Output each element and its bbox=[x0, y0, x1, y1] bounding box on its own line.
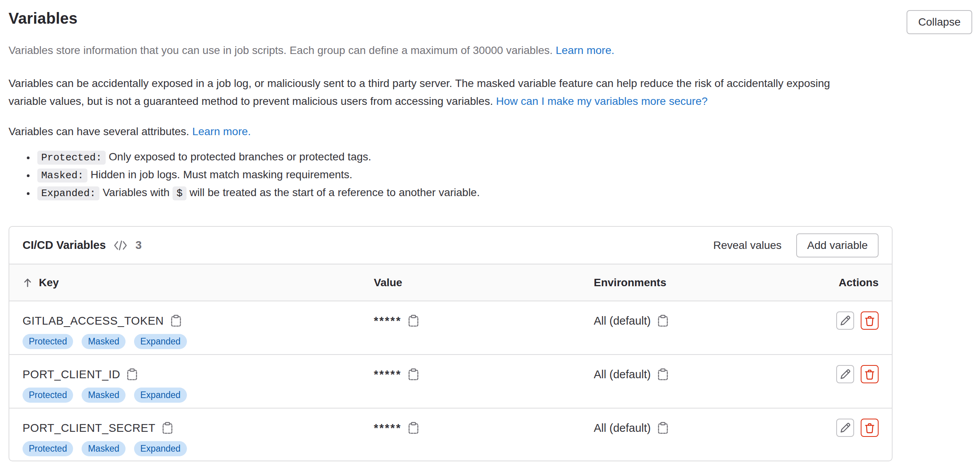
value-cell: ***** bbox=[374, 311, 594, 331]
attribute-item-masked: Masked: Hidden in job logs. Must match m… bbox=[35, 166, 972, 184]
badge-masked: Masked bbox=[82, 388, 126, 403]
page-title: Variables bbox=[9, 7, 77, 30]
code-icon bbox=[113, 240, 127, 251]
intro-text: Variables store information that you can… bbox=[9, 44, 553, 56]
key-cell: PORT_CLIENT_ID Protected Masked Expanded bbox=[23, 364, 374, 403]
security-note-line1: Variables can be accidentally exposed in… bbox=[9, 77, 830, 89]
variables-secure-link[interactable]: How can I make my variables more secure? bbox=[496, 95, 708, 107]
security-note-paragraph: Variables can be accidentally exposed in… bbox=[9, 75, 918, 110]
card-header: CI/CD Variables 3 Reveal values Add vari… bbox=[9, 227, 892, 264]
collapse-button[interactable]: Collapse bbox=[907, 10, 972, 34]
security-note-line2: variable values, but is not a guaranteed… bbox=[9, 95, 493, 107]
attribute-item-expanded: Expanded: Variables with $ will be treat… bbox=[35, 184, 972, 202]
column-header-value: Value bbox=[374, 276, 594, 289]
expanded-code-chip: Expanded: bbox=[37, 186, 99, 200]
actions-cell bbox=[836, 311, 879, 330]
arrow-up-icon bbox=[23, 277, 33, 288]
table-header-row: Key Value Environments Actions bbox=[9, 264, 892, 301]
edit-variable-button[interactable] bbox=[836, 419, 854, 437]
badge-protected: Protected bbox=[23, 388, 73, 403]
masked-code-chip: Masked: bbox=[37, 169, 87, 183]
badge-list: Protected Masked Expanded bbox=[23, 441, 374, 456]
intro-paragraph: Variables store information that you can… bbox=[9, 43, 972, 58]
table-row: PORT_CLIENT_ID Protected Masked Expanded… bbox=[9, 355, 892, 409]
value-cell: ***** bbox=[374, 418, 594, 438]
badge-protected: Protected bbox=[23, 441, 73, 456]
column-header-key[interactable]: Key bbox=[23, 276, 374, 289]
delete-variable-button[interactable] bbox=[861, 365, 879, 383]
edit-variable-button[interactable] bbox=[836, 365, 854, 383]
table-row: PORT_CLIENT_SECRET Protected Masked Expa… bbox=[9, 409, 892, 461]
copy-value-icon[interactable] bbox=[408, 368, 419, 381]
copy-key-icon[interactable] bbox=[126, 368, 138, 381]
masked-description: Hidden in job logs. Must match masking r… bbox=[91, 169, 352, 181]
card-header-title-group: CI/CD Variables 3 bbox=[23, 239, 142, 252]
badge-masked: Masked bbox=[82, 334, 126, 349]
attributes-intro-text: Variables can have several attributes. bbox=[9, 125, 189, 137]
attributes-learn-more-link[interactable]: Learn more. bbox=[192, 125, 251, 137]
delete-variable-button[interactable] bbox=[861, 419, 879, 437]
attributes-intro-paragraph: Variables can have several attributes. L… bbox=[9, 123, 972, 141]
masked-value: ***** bbox=[374, 418, 401, 438]
badge-expanded: Expanded bbox=[134, 388, 187, 403]
variable-key: PORT_CLIENT_SECRET bbox=[23, 418, 155, 438]
actions-cell bbox=[836, 365, 879, 383]
environments-cell: All (default) bbox=[594, 311, 836, 331]
page-header: Variables Collapse bbox=[9, 0, 972, 34]
badge-list: Protected Masked Expanded bbox=[23, 388, 374, 403]
environments-cell: All (default) bbox=[594, 364, 836, 384]
copy-key-icon[interactable] bbox=[170, 315, 182, 327]
card-title: CI/CD Variables bbox=[23, 239, 106, 252]
copy-value-icon[interactable] bbox=[408, 422, 419, 434]
copy-environment-icon[interactable] bbox=[657, 315, 669, 327]
key-header-label: Key bbox=[39, 276, 59, 289]
attributes-list: Protected: Only exposed to protected bra… bbox=[9, 148, 972, 202]
copy-value-icon[interactable] bbox=[408, 315, 419, 327]
card-header-actions: Reveal values Add variable bbox=[713, 233, 879, 257]
badge-expanded: Expanded bbox=[134, 441, 187, 456]
add-variable-button[interactable]: Add variable bbox=[796, 233, 879, 257]
value-cell: ***** bbox=[374, 364, 594, 384]
variable-key: GITLAB_ACCESS_TOKEN bbox=[23, 311, 164, 331]
key-cell: GITLAB_ACCESS_TOKEN Protected Masked Exp… bbox=[23, 311, 374, 349]
variables-count: 3 bbox=[135, 239, 141, 252]
dollar-code-chip: $ bbox=[173, 186, 187, 200]
column-header-actions: Actions bbox=[839, 276, 879, 289]
copy-environment-icon[interactable] bbox=[657, 368, 669, 381]
attribute-item-protected: Protected: Only exposed to protected bra… bbox=[35, 148, 972, 166]
edit-variable-button[interactable] bbox=[836, 311, 854, 330]
copy-environment-icon[interactable] bbox=[657, 422, 669, 434]
delete-variable-button[interactable] bbox=[861, 311, 879, 330]
environments-cell: All (default) bbox=[594, 418, 836, 438]
masked-value: ***** bbox=[374, 364, 401, 384]
masked-value: ***** bbox=[374, 311, 401, 331]
reveal-values-button[interactable]: Reveal values bbox=[713, 239, 781, 252]
cicd-variables-card: CI/CD Variables 3 Reveal values Add vari… bbox=[9, 226, 893, 461]
environment-scope: All (default) bbox=[594, 418, 651, 438]
expanded-description-after: will be treated as the start of a refere… bbox=[190, 186, 480, 198]
badge-protected: Protected bbox=[23, 334, 73, 349]
badge-masked: Masked bbox=[82, 441, 126, 456]
learn-more-link[interactable]: Learn more. bbox=[556, 44, 614, 56]
badge-list: Protected Masked Expanded bbox=[23, 334, 374, 349]
table-row: GITLAB_ACCESS_TOKEN Protected Masked Exp… bbox=[9, 301, 892, 355]
badge-expanded: Expanded bbox=[134, 334, 187, 349]
environment-scope: All (default) bbox=[594, 364, 651, 384]
protected-code-chip: Protected: bbox=[37, 151, 106, 165]
environment-scope: All (default) bbox=[594, 311, 651, 331]
expanded-description-before: Variables with bbox=[103, 186, 169, 198]
column-header-environments: Environments bbox=[594, 276, 839, 289]
actions-cell bbox=[836, 419, 879, 437]
variables-settings-page: Variables Collapse Variables store infor… bbox=[0, 0, 980, 466]
copy-key-icon[interactable] bbox=[162, 422, 173, 434]
key-cell: PORT_CLIENT_SECRET Protected Masked Expa… bbox=[23, 418, 374, 456]
variable-key: PORT_CLIENT_ID bbox=[23, 364, 120, 384]
protected-description: Only exposed to protected branches or pr… bbox=[109, 151, 371, 163]
